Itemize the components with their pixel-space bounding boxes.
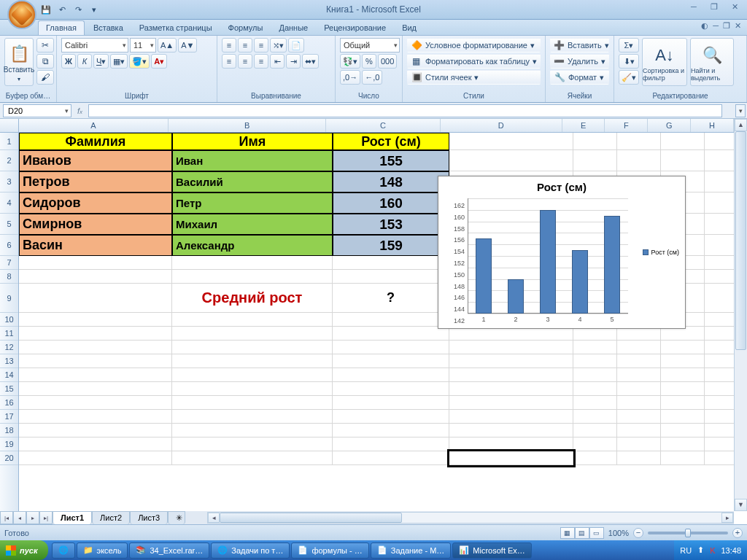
cell[interactable]: Рост (см): [333, 133, 449, 150]
border-button[interactable]: ▦▾: [110, 54, 128, 69]
embedded-chart[interactable]: Рост (см) 142144146148150152154156158160…: [438, 176, 686, 329]
taskbar-item[interactable]: 📊Microsoft Ex…: [452, 542, 532, 559]
help-icon[interactable]: ◐: [701, 21, 708, 31]
find-select-button[interactable]: 🔍Найти и выделить: [690, 38, 734, 86]
shrink-font-button[interactable]: A▼: [178, 38, 197, 52]
next-sheet-button[interactable]: ▸: [26, 511, 39, 524]
cell[interactable]: [172, 368, 333, 382]
cell[interactable]: [449, 368, 573, 382]
taskbar-item[interactable]: 🌐: [52, 542, 75, 559]
cell[interactable]: [573, 424, 617, 438]
cell[interactable]: [661, 133, 705, 150]
cell[interactable]: [573, 150, 617, 171]
cell[interactable]: Средний рост: [172, 284, 333, 313]
row-header[interactable]: 5: [0, 214, 18, 235]
row-header[interactable]: 19: [0, 438, 18, 451]
cell[interactable]: [573, 133, 617, 150]
row-header[interactable]: 7: [0, 256, 18, 270]
cell[interactable]: [172, 256, 333, 270]
scroll-up-icon[interactable]: ▲: [735, 119, 747, 131]
cell[interactable]: [333, 382, 449, 396]
align-right-button[interactable]: ≡: [254, 54, 268, 69]
row-header[interactable]: 3: [0, 171, 18, 192]
new-sheet-button[interactable]: ✳: [168, 511, 185, 524]
cell[interactable]: 155: [333, 150, 449, 171]
cell[interactable]: 160: [333, 192, 449, 214]
language-indicator[interactable]: RU: [680, 546, 692, 555]
fx-icon[interactable]: fx: [77, 106, 82, 115]
percent-button[interactable]: %: [362, 54, 376, 69]
cell[interactable]: [617, 424, 661, 438]
cell[interactable]: [333, 424, 449, 438]
cell[interactable]: [333, 313, 449, 327]
merge-center-button[interactable]: ⬌▾: [302, 54, 319, 69]
scroll-thumb[interactable]: [735, 131, 746, 350]
zoom-in-button[interactable]: +: [732, 528, 743, 538]
decrease-decimal-button[interactable]: ←,0: [362, 70, 382, 85]
cell[interactable]: [661, 451, 705, 465]
row-header[interactable]: 4: [0, 192, 18, 214]
cell[interactable]: [573, 410, 617, 424]
cell[interactable]: [573, 341, 617, 354]
align-middle-button[interactable]: ≡: [238, 38, 252, 52]
cell[interactable]: [19, 396, 172, 410]
cell[interactable]: [617, 150, 661, 171]
cell[interactable]: [661, 341, 705, 354]
cell[interactable]: [617, 410, 661, 424]
zoom-level[interactable]: 100%: [608, 529, 629, 537]
page-layout-view-button[interactable]: ▤: [575, 527, 589, 539]
row-header[interactable]: 2: [0, 150, 18, 171]
align-top-button[interactable]: ≡: [222, 38, 236, 52]
cell[interactable]: [19, 451, 172, 465]
hscroll-thumb[interactable]: [220, 513, 402, 523]
format-painter-button[interactable]: 🖌: [36, 70, 54, 85]
cell[interactable]: [172, 327, 333, 341]
cell[interactable]: [617, 368, 661, 382]
tab-formulas[interactable]: Формулы: [221, 21, 271, 35]
zoom-thumb[interactable]: [685, 529, 691, 537]
cell[interactable]: [449, 410, 573, 424]
cell[interactable]: [617, 396, 661, 410]
insert-cells-button[interactable]: ➕Вставить▾: [550, 38, 609, 52]
cell[interactable]: [333, 341, 449, 354]
row-header[interactable]: 13: [0, 354, 18, 368]
cell[interactable]: [573, 438, 617, 451]
cell[interactable]: [449, 396, 573, 410]
cell[interactable]: [333, 438, 449, 451]
workbook-close-icon[interactable]: ✕: [735, 21, 741, 31]
first-sheet-button[interactable]: |◂: [0, 511, 13, 524]
row-header[interactable]: 20: [0, 451, 18, 465]
cell[interactable]: [661, 368, 705, 382]
cell[interactable]: [617, 438, 661, 451]
paste-button[interactable]: 📋 Вставить ▾: [4, 38, 34, 86]
cell[interactable]: [172, 382, 333, 396]
row-header[interactable]: 17: [0, 410, 18, 424]
font-name-combo[interactable]: Calibri: [61, 38, 128, 52]
taskbar-item[interactable]: 📄формулы - …: [291, 542, 368, 559]
orientation-button[interactable]: ⤭▾: [270, 38, 287, 52]
cell[interactable]: [449, 438, 573, 451]
cell[interactable]: [573, 396, 617, 410]
row-header[interactable]: 10: [0, 313, 18, 327]
increase-decimal-button[interactable]: ,0→: [340, 70, 360, 85]
cell[interactable]: Михаил: [172, 214, 333, 235]
cell[interactable]: [19, 382, 172, 396]
col-header[interactable]: D: [441, 119, 562, 132]
cell[interactable]: [333, 270, 449, 284]
cell[interactable]: 159: [333, 235, 449, 256]
format-as-table-button[interactable]: ▦Форматировать как таблицу▾: [407, 54, 541, 69]
redo-icon[interactable]: ↷: [71, 3, 85, 16]
cell[interactable]: [661, 354, 705, 368]
cell[interactable]: [333, 256, 449, 270]
cell[interactable]: [449, 133, 573, 150]
cell[interactable]: Петр: [172, 192, 333, 214]
cell[interactable]: [19, 410, 172, 424]
cell[interactable]: [19, 424, 172, 438]
cell[interactable]: [172, 341, 333, 354]
cell[interactable]: [19, 368, 172, 382]
row-header[interactable]: 12: [0, 341, 18, 354]
cell[interactable]: [333, 354, 449, 368]
sort-filter-button[interactable]: A↓Сортировка и фильтр: [642, 38, 687, 86]
cell[interactable]: ?: [333, 284, 449, 313]
workbook-restore-icon[interactable]: ❐: [723, 21, 730, 31]
